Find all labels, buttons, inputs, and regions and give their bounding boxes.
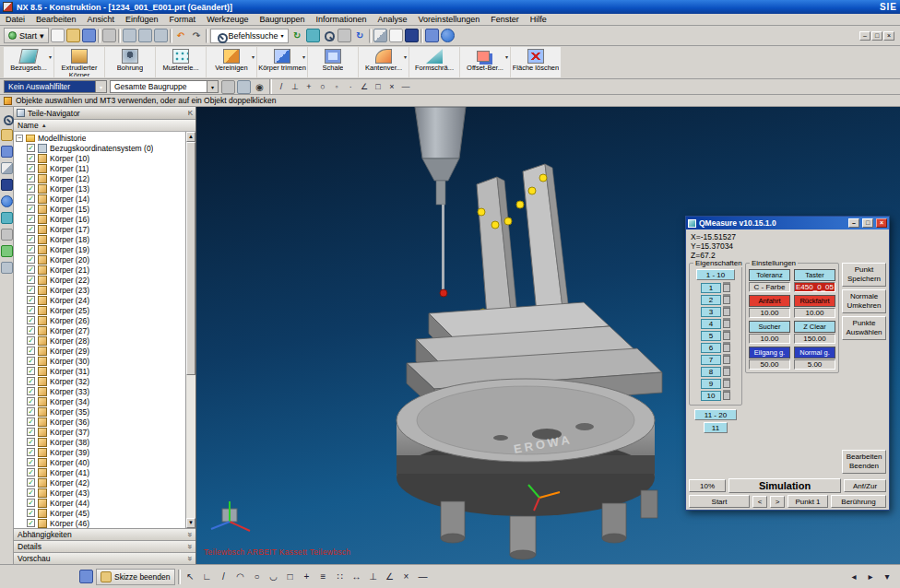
refresh-icon[interactable]: ↻ (290, 29, 304, 42)
current-point-button[interactable]: Punkt 1 (788, 495, 828, 508)
simulation-button[interactable]: Simulation (728, 478, 841, 493)
tree-item[interactable]: ✓ Körper (21) (14, 265, 185, 275)
tree-item[interactable]: ✓ Körper (32) (14, 376, 185, 386)
checkbox-icon[interactable]: ✓ (27, 377, 35, 385)
setting-button[interactable]: Toleranz (749, 269, 790, 281)
offset-curve-icon[interactable]: ≡ (316, 570, 331, 584)
close-button[interactable]: × (883, 31, 894, 41)
menu-item[interactable]: Werkzeuge (201, 14, 254, 26)
tree-item[interactable]: ✓ Körper (37) (14, 427, 185, 437)
checkbox-icon[interactable]: ✓ (27, 296, 35, 304)
maximize-button[interactable]: □ (862, 218, 873, 228)
point-number-button[interactable]: 3 (701, 307, 721, 317)
separator[interactable] (118, 29, 121, 43)
setting-button[interactable]: Z Clear (794, 321, 835, 333)
eye-icon[interactable]: ◉ (253, 80, 266, 94)
checkbox-icon[interactable]: ✓ (27, 519, 35, 527)
tree-item[interactable]: ✓ Körper (25) (14, 305, 185, 315)
delete-point-icon[interactable] (723, 296, 730, 304)
menu-item[interactable]: Voreinstellungen (413, 14, 486, 26)
menu-item[interactable]: Bearbeiten (30, 14, 82, 26)
shaded-view-icon[interactable] (373, 29, 387, 42)
save-icon[interactable] (82, 29, 96, 42)
tree-item[interactable]: ✓ Körper (10) (14, 153, 185, 163)
expander-icon[interactable]: − (16, 135, 23, 142)
process-studio-icon[interactable] (1, 229, 13, 241)
delete-point-icon[interactable] (723, 368, 730, 376)
assembly-navigator-icon[interactable] (1, 112, 13, 124)
reuse-library-icon[interactable] (1, 162, 13, 174)
invert-normal-button[interactable]: Normale Umkehren (842, 289, 886, 313)
approach-retract-button[interactable]: Anf/Zur (844, 479, 886, 492)
zoom-icon[interactable] (322, 29, 336, 42)
selection-scope-dropdown[interactable]: Gesamte Baugruppe ▾ (110, 80, 219, 93)
redo-icon[interactable]: ↷ (190, 29, 204, 42)
checkbox-icon[interactable]: ✓ (27, 286, 35, 294)
checkbox-icon[interactable]: ✓ (27, 347, 35, 355)
snap-angle-icon[interactable]: ∠ (358, 80, 371, 93)
separator[interactable] (206, 29, 208, 43)
fit-view-icon[interactable] (306, 29, 320, 42)
checkbox-icon[interactable]: ✓ (27, 184, 35, 193)
setting-button[interactable]: Sucher (749, 321, 790, 333)
snap-quadrant-icon[interactable]: ◦ (330, 80, 343, 93)
dimension-icon[interactable]: ↔ (349, 570, 364, 584)
navigator-column-header[interactable]: Name ▲ (14, 120, 195, 132)
finish-editing-button[interactable]: Bearbeiten Beenden (842, 450, 886, 474)
menu-item[interactable]: Format (164, 14, 202, 26)
point-number-button[interactable]: 1 (701, 283, 721, 293)
snap-endpoint-icon[interactable]: / (275, 80, 288, 93)
tree-item[interactable]: ✓ Körper (28) (14, 335, 185, 346)
tree-item[interactable]: ✓ Körper (41) (14, 467, 185, 477)
tree-item[interactable]: ✓ Körper (17) (14, 224, 185, 234)
tree-item[interactable]: ✓ Körper (26) (14, 315, 185, 325)
tree-item[interactable]: ✓ Körper (18) (14, 234, 185, 244)
trim-curve-icon[interactable]: × (399, 570, 414, 584)
checkbox-icon[interactable]: ✓ (27, 265, 35, 274)
scroll-up-icon[interactable]: ▲ (186, 132, 195, 142)
checkbox-icon[interactable]: ✓ (27, 357, 35, 365)
tree-item[interactable]: ✓ Körper (22) (14, 275, 185, 285)
navigator-section[interactable]: Abhängigkeiten » (14, 528, 195, 540)
undo-icon[interactable]: ↶ (174, 29, 188, 42)
setting-value[interactable]: 50.00 (749, 359, 790, 370)
delete-point-icon[interactable] (723, 320, 730, 328)
tree-item[interactable]: ✓ Körper (30) (14, 356, 185, 366)
checkbox-icon[interactable]: ✓ (27, 417, 35, 426)
history-icon[interactable] (1, 212, 13, 224)
touch-button[interactable]: Berührung (831, 495, 886, 508)
menu-item[interactable]: Informationen (311, 14, 373, 26)
cut-icon[interactable] (123, 29, 136, 42)
start-measure-button[interactable]: Start (689, 495, 750, 508)
more-tools-icon[interactable]: ▾ (880, 570, 894, 584)
qmeasure-dialog[interactable]: QMeasure v10.15.1.0 – □ × X=-15.51527 Y=… (685, 216, 890, 511)
delete-point-icon[interactable] (723, 344, 730, 352)
delete-point-icon[interactable] (723, 392, 730, 400)
start-menu-button[interactable]: Start ▾ (4, 28, 49, 43)
unite-button[interactable]: Vereinigen ▾ (207, 47, 256, 77)
checkbox-icon[interactable]: ✓ (27, 407, 35, 416)
tree-item[interactable]: ✓ Körper (31) (14, 366, 185, 376)
copy-icon[interactable] (138, 29, 152, 42)
checkbox-icon[interactable]: ✓ (27, 478, 35, 487)
rectangle-icon[interactable]: □ (283, 570, 298, 584)
setting-value[interactable]: 5.00 (794, 359, 835, 370)
checkbox-icon[interactable]: ✓ (27, 509, 35, 517)
checkbox-icon[interactable]: ✓ (27, 397, 35, 406)
open-file-icon[interactable] (66, 29, 80, 42)
circle-icon[interactable]: ○ (250, 570, 265, 584)
menu-item[interactable]: Analyse (373, 14, 413, 26)
setting-button[interactable]: Taster (794, 269, 835, 281)
system-scenes-icon[interactable] (1, 262, 13, 274)
navigator-scrollbar[interactable]: ▲ ▼ (185, 132, 195, 528)
pattern-feature-button[interactable]: Musterele... (156, 47, 206, 77)
checkbox-icon[interactable]: ✓ (27, 488, 35, 497)
setting-value[interactable]: 10.00 (749, 334, 790, 344)
tree-item[interactable]: ✓ Körper (39) (14, 447, 185, 457)
tree-item[interactable]: ✓ Bezugskoordinatensystem (0) (14, 143, 185, 153)
pattern-curve-icon[interactable]: ∷ (333, 570, 348, 584)
scroll-right-icon[interactable]: ▸ (863, 570, 878, 584)
range-1-10-button[interactable]: 1 - 10 (696, 269, 735, 280)
separator[interactable] (98, 29, 101, 43)
checkbox-icon[interactable]: ✓ (27, 205, 35, 213)
